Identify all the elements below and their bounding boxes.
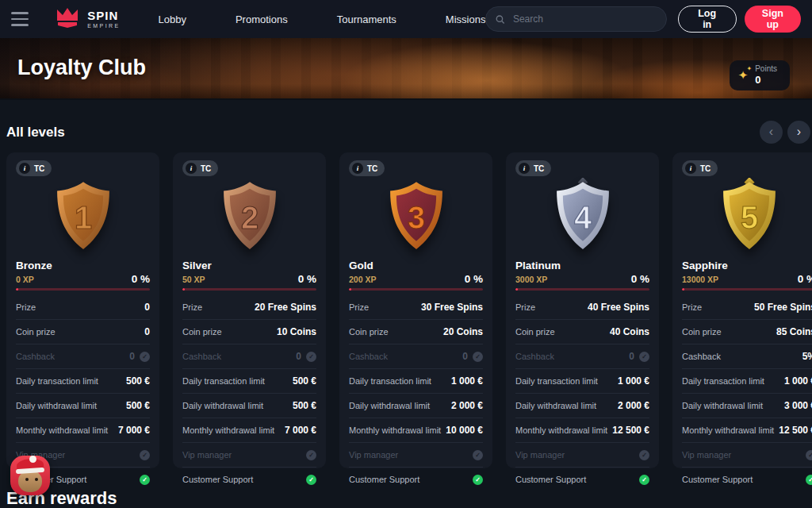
menu-icon[interactable] bbox=[11, 12, 29, 26]
level-percent: 0 % bbox=[298, 273, 316, 285]
svg-text:1: 1 bbox=[74, 200, 91, 235]
benefit-row: Coin prize 20 Coins bbox=[349, 320, 483, 344]
level-name: Gold bbox=[349, 260, 483, 271]
carousel-arrows: ‹ › bbox=[760, 121, 810, 144]
page-title: Loyalty Club bbox=[17, 56, 812, 80]
benefit-label: Daily withdrawal limit bbox=[182, 401, 263, 410]
search-box[interactable] bbox=[485, 6, 666, 32]
level-name: Platinum bbox=[515, 260, 649, 271]
login-button[interactable]: Log in bbox=[678, 6, 737, 33]
benefit-label: Vip manager bbox=[682, 450, 731, 460]
benefit-row: Customer Support ✓ bbox=[682, 468, 812, 491]
support-chat-avatar[interactable] bbox=[9, 449, 52, 495]
search-input[interactable] bbox=[511, 13, 657, 25]
benefit-value: 7 000 € bbox=[118, 425, 150, 436]
benefit-label: Customer Support bbox=[515, 475, 586, 484]
nav-item-promotions[interactable]: Promotions bbox=[236, 13, 288, 25]
benefit-row: Prize 20 Free Spins bbox=[182, 295, 316, 320]
benefit-label: Daily transaction limit bbox=[682, 376, 764, 386]
info-icon: i bbox=[19, 163, 30, 174]
benefits-table: Prize 30 Free Spins Coin prize 20 Coins … bbox=[349, 295, 483, 491]
locked-check-icon: ✓ bbox=[306, 450, 316, 460]
locked-check-icon: ✓ bbox=[806, 450, 812, 460]
level-card-silver: i TC 2 Silver 50 XP 0 % Prize 20 Free Sp… bbox=[173, 152, 326, 468]
tc-badge[interactable]: i TC bbox=[515, 160, 551, 176]
benefit-value: 40 Coins bbox=[610, 326, 649, 337]
locked-check-icon: ✓ bbox=[140, 450, 150, 460]
locked-check-icon: ✓ bbox=[473, 450, 483, 460]
all-levels-heading: All levels bbox=[6, 125, 65, 140]
benefit-row: Vip manager ✓ bbox=[515, 443, 649, 468]
benefit-row: Monthly withdrawal limit 7 000 € bbox=[16, 418, 150, 443]
benefit-row: Daily transaction limit 500 € bbox=[16, 369, 150, 394]
benefit-label: Monthly withdrawal limit bbox=[182, 425, 274, 435]
signup-button[interactable]: Sign up bbox=[745, 6, 801, 33]
nav-item-tournaments[interactable]: Tournaments bbox=[337, 13, 396, 25]
benefit-row: Cashback 0 ✓ bbox=[349, 344, 483, 369]
benefit-value: 30 Free Spins bbox=[421, 302, 483, 313]
loyalty-page: SPIN EMPIRE Lobby Promotions Tournaments… bbox=[0, 0, 812, 508]
level-name: Sapphire bbox=[682, 260, 812, 271]
benefit-row: Daily withdrawal limit 2 000 € bbox=[349, 394, 483, 418]
tc-badge[interactable]: i TC bbox=[349, 160, 385, 176]
benefit-label: Coin prize bbox=[682, 327, 722, 337]
nav-item-lobby[interactable]: Lobby bbox=[159, 13, 186, 25]
xp-row: 200 XP 0 % bbox=[349, 273, 483, 285]
benefit-value: 0 bbox=[462, 351, 468, 362]
benefit-label: Daily withdrawal limit bbox=[682, 401, 763, 410]
points-badge[interactable]: ✦ Points 0 bbox=[730, 60, 790, 90]
crown-icon bbox=[54, 7, 81, 31]
benefit-value: 50 Free Spins bbox=[754, 302, 812, 313]
locked-check-icon: ✓ bbox=[639, 450, 649, 460]
level-percent: 0 % bbox=[631, 273, 649, 285]
level-progress-bar bbox=[515, 288, 649, 291]
benefit-label: Prize bbox=[16, 302, 36, 312]
tc-badge[interactable]: i TC bbox=[16, 160, 52, 176]
benefit-value: 5% bbox=[802, 351, 812, 362]
benefit-row: Vip manager ✓ bbox=[182, 443, 316, 468]
benefit-label: Prize bbox=[515, 302, 535, 312]
benefit-label: Monthly withdrawal limit bbox=[515, 425, 607, 435]
level-shield-icon: 3 bbox=[349, 178, 483, 256]
benefit-label: Daily withdrawal limit bbox=[16, 401, 97, 410]
hero-banner: Loyalty Club ✦ Points 0 bbox=[0, 38, 812, 100]
benefit-row: Prize 50 Free Spins bbox=[682, 295, 812, 320]
benefit-label: Daily transaction limit bbox=[16, 376, 98, 386]
benefit-row: Cashback 0 ✓ bbox=[515, 344, 649, 369]
benefit-value: 2 000 € bbox=[451, 400, 483, 411]
benefit-row: Daily withdrawal limit 500 € bbox=[182, 394, 316, 418]
carousel-next-button[interactable]: › bbox=[787, 121, 810, 144]
level-shield-icon: 2 bbox=[182, 178, 316, 256]
benefit-label: Daily transaction limit bbox=[182, 376, 265, 386]
levels-carousel: i TC 1 Bronze 0 XP 0 % Prize 0 Coin priz… bbox=[6, 152, 812, 468]
points-value: 0 bbox=[755, 74, 777, 87]
benefit-row: Daily transaction limit 1 000 € bbox=[349, 369, 483, 394]
level-xp: 13000 XP bbox=[682, 275, 718, 284]
level-progress-bar bbox=[16, 288, 150, 291]
benefit-label: Customer Support bbox=[682, 475, 753, 484]
tc-badge[interactable]: i TC bbox=[682, 160, 718, 176]
benefit-row: Customer Support ✓ bbox=[182, 468, 316, 491]
benefit-value: 500 € bbox=[293, 375, 316, 387]
level-card-platinum: i TC 4 Platinum 3000 XP 0 % Prize 40 Fre… bbox=[506, 152, 659, 468]
main-nav: Lobby Promotions Tournaments Missions bbox=[159, 13, 486, 25]
benefit-label: Customer Support bbox=[182, 475, 253, 484]
benefit-label: Vip manager bbox=[349, 450, 398, 460]
benefit-row: Daily transaction limit 500 € bbox=[182, 369, 316, 394]
brand-logo[interactable]: SPIN EMPIRE bbox=[54, 7, 120, 31]
benefit-row: Monthly withdrawal limit 12 500 € bbox=[515, 418, 649, 443]
info-icon: i bbox=[352, 163, 363, 174]
tc-badge[interactable]: i TC bbox=[182, 160, 218, 176]
level-percent: 0 % bbox=[132, 273, 150, 285]
level-shield-icon: 1 bbox=[16, 178, 150, 256]
benefit-row: Monthly withdrawal limit 12 500 € bbox=[682, 418, 812, 443]
nav-item-missions[interactable]: Missions bbox=[446, 13, 486, 25]
carousel-prev-button[interactable]: ‹ bbox=[760, 121, 783, 144]
benefit-value: 10 000 € bbox=[446, 425, 483, 436]
check-icon: ✓ bbox=[140, 475, 150, 485]
benefit-label: Monthly withdrawal limit bbox=[16, 425, 108, 435]
check-icon: ✓ bbox=[639, 475, 649, 485]
benefit-label: Daily transaction limit bbox=[515, 376, 598, 386]
svg-text:2: 2 bbox=[240, 200, 258, 235]
logo-subtitle: EMPIRE bbox=[87, 23, 120, 29]
